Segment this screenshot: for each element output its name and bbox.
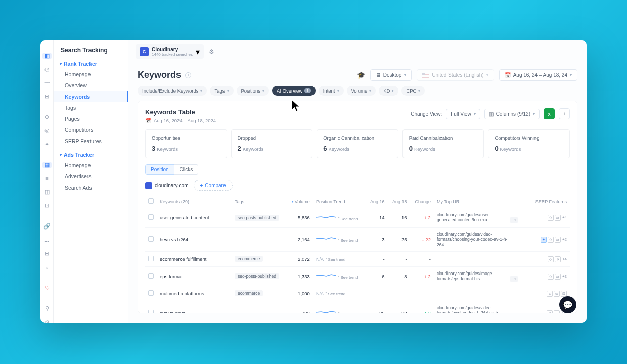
col-keywords[interactable]: Keywords (29) [157,195,232,208]
nav-item-keywords[interactable]: Keywords [54,91,128,102]
cell-url[interactable] [434,286,529,301]
tag-chip[interactable]: ecommerce [235,256,263,262]
see-trend-button[interactable]: See trend [338,312,359,313]
nav-item-pages[interactable]: Pages [54,113,128,124]
rail-icon-10[interactable]: ◫ [43,189,51,195]
nav-item-advertisers[interactable]: Advertisers [54,171,128,182]
row-checkbox[interactable] [148,236,154,242]
cell-keyword[interactable]: user generated content [157,208,232,228]
stat-card[interactable]: Opportunities3Keywords [145,129,227,158]
date-range-select[interactable]: 📅 Aug 16, 24 – Aug 18, 24 ▾ [499,69,577,81]
nav-item-serp-features[interactable]: SERP Features [54,135,128,147]
see-trend-button[interactable]: See trend [338,217,359,221]
nav-item-homepage[interactable]: Homepage [54,69,128,80]
col-volume[interactable]: Volume [287,195,313,208]
chat-fab[interactable]: 💬 [559,296,576,313]
nav-group-rank-tracker[interactable]: Rank Tracker [54,59,128,69]
tab-clicks[interactable]: Clicks [174,164,199,175]
nav-item-overview[interactable]: Overview [54,80,128,91]
rail-icon-2[interactable]: ◷ [43,66,51,73]
row-checkbox[interactable] [148,290,154,296]
rail-icon-9[interactable]: ≡ [43,175,51,181]
filter-intent[interactable]: Intent▾ [319,86,344,96]
cell-url[interactable]: cloudinary.com/guides/video-formats/pixe… [434,301,529,313]
see-trend-button[interactable]: See trend [338,238,359,243]
add-button[interactable]: + [559,108,570,119]
row-checkbox[interactable] [148,310,154,313]
row-checkbox[interactable] [148,273,154,279]
cell-url[interactable]: cloudinary.com/guides/video-formats/choo… [434,228,529,252]
cell-aug18: - [388,286,410,301]
cell-keyword[interactable]: avc vs hevc [157,301,232,313]
cell-keyword[interactable]: multimedia platforms [157,286,232,301]
info-icon[interactable]: i [185,72,191,78]
nav-item-ads-homepage[interactable]: Homepage [54,160,128,171]
select-all-checkbox[interactable] [148,198,154,204]
stat-card[interactable]: Competitors Winning0Keywords [488,129,570,158]
rail-icon-pin[interactable]: ⚲ [43,305,51,312]
cell-keyword[interactable]: ecommerce fulfillment [157,251,232,266]
rail-icon-4[interactable]: ⊞ [43,93,51,100]
rail-icon-filter[interactable]: ⌄ [43,264,51,270]
rail-icon-db[interactable]: ⊟ [43,250,51,257]
see-trend-button[interactable]: See trend [338,275,359,280]
see-trend-button[interactable]: See trend [325,257,346,262]
col-url[interactable]: My Top URL [434,195,529,208]
serp-feature-icon: ◇ [548,274,554,280]
filter-positions[interactable]: Positions▾ [237,86,270,96]
col-aug16[interactable]: Aug 16 [366,195,388,208]
compare-button[interactable]: +Compare [194,180,233,191]
row-checkbox[interactable] [148,256,154,261]
rail-icon-heart[interactable]: ♡ [43,285,51,291]
nav-group-ads-tracker[interactable]: Ads Tracker [54,150,128,160]
rail-icon-11[interactable]: ⊡ [43,202,51,209]
see-trend-button[interactable]: See trend [325,292,346,296]
rail-icon-5[interactable]: ⊕ [43,114,51,120]
col-change[interactable]: Change [410,195,434,208]
nav-item-tags[interactable]: Tags [54,102,128,113]
col-aug18[interactable]: Aug 18 [388,195,410,208]
row-checkbox[interactable] [148,214,154,220]
tag-chip[interactable]: ecommerce [235,290,263,296]
gear-icon[interactable]: ⚙ [209,48,214,55]
stat-card[interactable]: Paid Cannibalization0Keywords [402,129,484,158]
filter-cpc[interactable]: CPC▾ [401,86,425,96]
columns-select[interactable]: ▥Columns (9/12)▾ [484,109,540,119]
device-select[interactable]: 🖥 Desktop ▾ [370,69,412,81]
nav-item-competitors[interactable]: Competitors [54,124,128,135]
rail-icon-7[interactable]: ✦ [43,141,51,148]
cell-url[interactable] [434,251,529,266]
filter-kd[interactable]: KD▾ [379,86,398,96]
filter-ai-overview[interactable]: AI Overview1 [272,86,316,96]
locale-select[interactable]: United States (English) ▾ [417,69,494,81]
view-select[interactable]: Full View▾ [446,109,480,119]
col-tags[interactable]: Tags [232,195,287,208]
export-excel-button[interactable]: x [544,108,555,119]
filter-volume[interactable]: Volume▾ [347,86,376,96]
rail-icon-settings[interactable]: ⚙ [43,319,51,323]
tag-chip[interactable]: seo-posts-published [235,215,279,221]
col-serp[interactable]: SERP Features [529,195,570,208]
cell-keyword[interactable]: eps format [157,266,232,286]
filter-include-exclude-keywords[interactable]: Include/Exclude Keywords▾ [138,86,207,96]
rail-icon-6[interactable]: ◎ [43,127,51,134]
rail-icon-layers[interactable]: ☷ [43,237,51,243]
filter-tags[interactable]: Tags▾ [210,86,233,96]
nav-item-search-ads[interactable]: Search Ads [54,182,128,193]
rail-icon-tracking[interactable]: ◧ [42,53,52,59]
cell-url[interactable]: cloudinary.com/guides/image-formats/eps-… [434,266,529,286]
cell-url[interactable]: cloudinary.com/guides/user-generated-con… [434,208,529,228]
tag-chip[interactable]: seo-posts-published [235,273,279,279]
rail-icon-ads[interactable]: ▦ [42,162,52,168]
tab-position[interactable]: Position [145,164,174,175]
serp-feature-icon: $ [555,256,561,262]
rail-icon-3[interactable]: 〰 [43,80,51,86]
rail-icon-link[interactable]: 🔗 [43,223,51,230]
col-trend[interactable]: Position Trend [313,195,366,208]
domain-avatar-icon [145,182,152,189]
graduation-icon[interactable]: 🎓 [357,71,365,79]
stat-card[interactable]: Organic Cannibalization6Keywords [317,129,398,158]
stat-card[interactable]: Dropped2Keywords [231,129,313,158]
project-selector[interactable]: C Cloudinary 1440 tracked searches ▾ [136,44,204,59]
cell-keyword[interactable]: hevc vs h264 [157,228,232,252]
